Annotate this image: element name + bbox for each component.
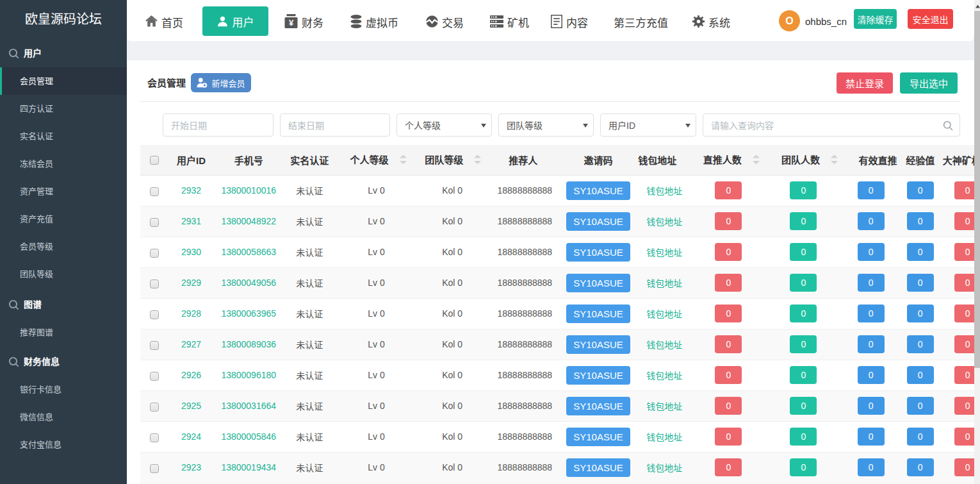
svg-text:¥: ¥ (289, 18, 294, 28)
